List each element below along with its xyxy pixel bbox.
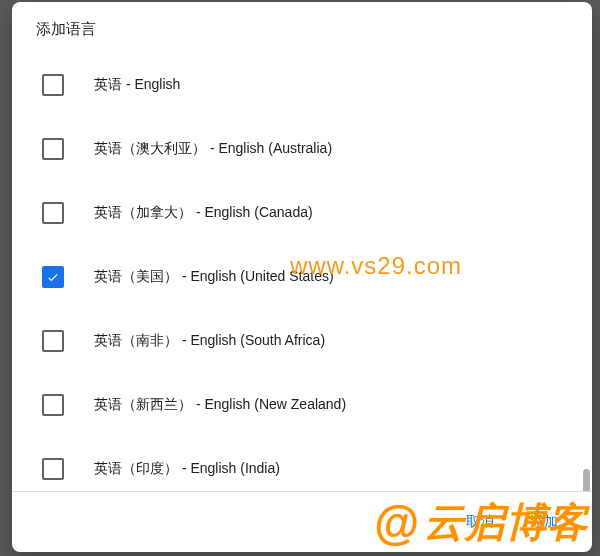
cancel-button[interactable]: 取消 <box>460 512 500 532</box>
language-option-english-south-africa[interactable]: 英语（南非） - English (South Africa) <box>42 313 568 369</box>
dialog-title: 添加语言 <box>12 2 592 49</box>
language-option-english-new-zealand[interactable]: 英语（新西兰） - English (New Zealand) <box>42 377 568 433</box>
checkbox-icon[interactable] <box>42 138 64 160</box>
checkbox-icon[interactable] <box>42 394 64 416</box>
language-label: 英语（新西兰） - English (New Zealand) <box>94 396 346 414</box>
checkbox-icon[interactable] <box>42 458 64 480</box>
language-label: 英语 - English <box>94 76 180 94</box>
language-option-english-australia[interactable]: 英语（澳大利亚） - English (Australia) <box>42 121 568 177</box>
language-label: 英语（美国） - English (United States) <box>94 268 334 286</box>
confirm-button[interactable]: 添加 <box>524 512 564 532</box>
language-option-english-canada[interactable]: 英语（加拿大） - English (Canada) <box>42 185 568 241</box>
language-label: 英语（南非） - English (South Africa) <box>94 332 325 350</box>
language-list[interactable]: 英语 - English 英语（澳大利亚） - English (Austral… <box>12 49 592 491</box>
language-label: 英语（加拿大） - English (Canada) <box>94 204 313 222</box>
language-label: 英语（澳大利亚） - English (Australia) <box>94 140 332 158</box>
language-option-english[interactable]: 英语 - English <box>42 57 568 113</box>
checkbox-icon[interactable] <box>42 266 64 288</box>
language-option-english-us[interactable]: 英语（美国） - English (United States) <box>42 249 568 305</box>
language-option-english-india[interactable]: 英语（印度） - English (India) <box>42 441 568 491</box>
add-language-dialog: 添加语言 英语 - English 英语（澳大利亚） - English (Au… <box>12 2 592 552</box>
scrollbar-thumb[interactable] <box>583 469 590 491</box>
checkbox-icon[interactable] <box>42 330 64 352</box>
language-label: 英语（印度） - English (India) <box>94 460 280 478</box>
dialog-footer: 取消 添加 <box>12 491 592 552</box>
checkbox-icon[interactable] <box>42 202 64 224</box>
checkbox-icon[interactable] <box>42 74 64 96</box>
